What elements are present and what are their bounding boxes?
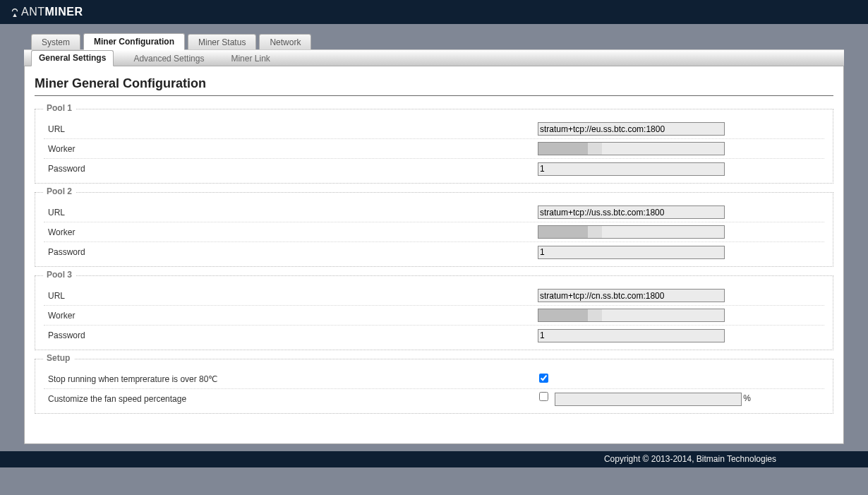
main-panel: Miner General Configuration Pool 1 URL W… (24, 66, 844, 444)
brand-text-miner: MINER (45, 6, 83, 18)
brand-logo: ANTMINER (10, 6, 83, 18)
label-worker: Worker (44, 227, 538, 237)
pool2-worker-input[interactable] (538, 225, 725, 239)
top-bar: ANTMINER (0, 0, 868, 24)
fieldset-pool-1: Pool 1 URL Worker Password (35, 109, 833, 184)
label-password: Password (44, 247, 538, 257)
legend-pool-3: Pool 3 (44, 270, 76, 280)
label-password: Password (44, 330, 538, 340)
fan-speed-input[interactable] (555, 393, 742, 406)
label-worker: Worker (44, 311, 538, 321)
subtab-advanced-settings[interactable]: Advanced Settings (126, 52, 211, 66)
primary-tabs: System Miner Configuration Miner Status … (0, 32, 868, 49)
pool1-worker-input[interactable] (538, 142, 725, 155)
tab-miner-configuration[interactable]: Miner Configuration (83, 33, 185, 50)
tab-miner-status[interactable]: Miner Status (188, 34, 256, 50)
footer-copyright: Copyright © 2013-2014, Bitmain Technolog… (0, 451, 868, 467)
pool2-password-input[interactable] (538, 246, 725, 259)
brand-text-ant: ANT (21, 6, 45, 18)
label-url: URL (44, 124, 538, 134)
antenna-icon (10, 7, 20, 17)
pool1-url-input[interactable] (538, 122, 725, 136)
fieldset-pool-3: Pool 3 URL Worker Password (35, 275, 833, 350)
pool2-url-input[interactable] (538, 205, 725, 219)
page-title: Miner General Configuration (35, 76, 833, 91)
tab-network[interactable]: Network (259, 34, 311, 50)
stop-temp-checkbox[interactable] (539, 374, 548, 383)
fan-speed-checkbox[interactable] (539, 392, 548, 401)
pool3-url-input[interactable] (538, 289, 725, 302)
pool3-worker-input[interactable] (538, 309, 725, 322)
label-url: URL (44, 208, 538, 217)
label-worker: Worker (44, 144, 538, 154)
subtab-miner-link[interactable]: Miner Link (224, 52, 277, 66)
fan-unit: % (743, 393, 751, 403)
fieldset-setup: Setup Stop running when temprerature is … (35, 359, 833, 414)
legend-pool-2: Pool 2 (44, 186, 76, 196)
fieldset-pool-2: Pool 2 URL Worker Password (35, 192, 833, 267)
legend-setup: Setup (44, 353, 74, 363)
legend-pool-1: Pool 1 (44, 103, 76, 113)
label-fan-speed: Customize the fan speed percentage (44, 394, 538, 404)
secondary-tabs: General Settings Advanced Settings Miner… (24, 49, 844, 66)
pool1-password-input[interactable] (538, 162, 725, 176)
label-url: URL (44, 291, 538, 301)
subtab-general-settings[interactable]: General Settings (31, 50, 114, 66)
tab-system[interactable]: System (31, 34, 80, 50)
label-password: Password (44, 164, 538, 174)
divider (35, 95, 833, 96)
label-stop-temp: Stop running when temprerature is over 8… (44, 374, 538, 384)
pool3-password-input[interactable] (538, 329, 725, 342)
